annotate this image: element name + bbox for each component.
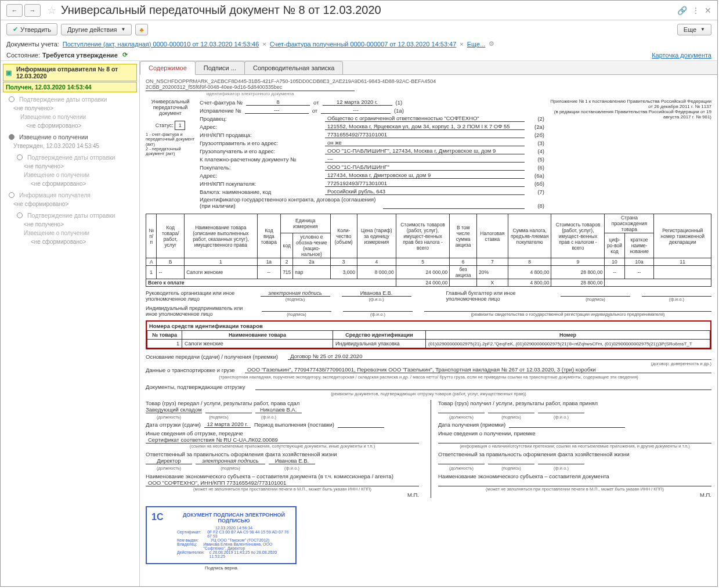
tree-sub: <не получено> — [3, 104, 137, 113]
other-actions-button[interactable]: Другие действия ▼ — [61, 24, 132, 35]
approve-button[interactable]: ✔ Утвердить — [6, 23, 57, 35]
1c-logo-icon: 1С — [151, 512, 172, 529]
tabs: Содержимое Подписи ... Сопроводительная … — [140, 61, 717, 75]
tab-note[interactable]: Сопроводительная записка — [244, 61, 343, 74]
tree-sub: <не сформировано> — [3, 200, 137, 208]
tree-status[interactable]: Получен, 12.03.2020 14:53:44 — [3, 82, 137, 92]
doc-id-caption: идентификатор электронного документа — [146, 91, 355, 96]
tree-sub: Утвержден, 12.03.2020 14:53:45 — [3, 142, 137, 150]
chevron-down-icon: ▼ — [121, 27, 126, 32]
tree-sub: <не сформировано> — [3, 121, 137, 130]
back-button[interactable]: ← — [6, 4, 23, 17]
close-icon[interactable]: × — [262, 41, 266, 48]
more-button[interactable]: Еще ▼ — [677, 24, 711, 35]
chevron-down-icon: ▼ — [700, 27, 705, 32]
doc-link-1[interactable]: Поступление (акт, накладная) 0000-000010… — [63, 41, 259, 48]
status-tree: ▣Информация отправителя № 8 от 12.03.202… — [1, 61, 140, 586]
tree-item[interactable]: Подтверждение даты отправки — [3, 153, 137, 162]
tree-item[interactable]: Извещение о получении — [3, 132, 137, 142]
doc-links-label: Документы учета: — [6, 41, 59, 48]
gear-icon[interactable]: ⚙ — [489, 40, 494, 48]
total-row: Всего к оплате 24 000,00 X 4 800,00 28 8… — [146, 279, 711, 287]
state-value: Требуется утверждение — [42, 52, 118, 59]
close-icon[interactable]: ✕ — [704, 6, 711, 15]
items-table: № п/п Код товара/ работ, услуг Наименова… — [146, 214, 711, 287]
tree-sub: <не получено> — [3, 162, 137, 171]
close-icon[interactable]: × — [460, 41, 463, 48]
refresh-icon[interactable]: ⟳ — [122, 51, 128, 59]
state-label: Состояние: — [6, 52, 40, 59]
tree-item[interactable]: Извещение о получении — [3, 171, 137, 179]
tree-header[interactable]: ▣Информация отправителя № 8 от 12.03.202… — [3, 64, 137, 81]
tree-item[interactable]: Подтверждение даты отправки — [3, 211, 137, 220]
tree-item[interactable]: Извещение о получении — [3, 229, 137, 237]
menu-dots-icon[interactable]: ⋮ — [692, 6, 700, 15]
doc-link-more[interactable]: Еще... — [467, 41, 486, 48]
link-icon[interactable]: 🔗 — [677, 6, 687, 15]
page-title: Универсальный передаточный документ № 8 … — [61, 3, 381, 17]
tab-content[interactable]: Содержимое — [140, 61, 196, 75]
doc-id: ON_NSCHFDOPPRMARK_2AEBCF8D445-31B5-421F-… — [146, 78, 711, 84]
tree-sub: <не получено> — [3, 220, 137, 229]
signature-stamp: 1С ДОКУМЕНТ ПОДПИСАН ЭЛЕКТРОННОЙ ПОДПИСЬ… — [146, 506, 297, 564]
star-icon[interactable]: ☆ — [47, 4, 56, 17]
tree-sub: <не сформировано> — [3, 237, 137, 246]
check-icon: ✔ — [13, 26, 18, 33]
tree-sub: <не сформировано> — [3, 179, 137, 188]
forward-button[interactable]: → — [24, 4, 41, 17]
doc-link-2[interactable]: Счет-фактура полученный 0000-000007 от 1… — [270, 41, 457, 48]
tab-signatures[interactable]: Подписи ... — [195, 61, 245, 74]
hierarchy-button[interactable]: ♣ — [135, 24, 147, 35]
card-link[interactable]: Карточка документа — [652, 52, 711, 59]
upd-label: Универсальный передаточный документ — [146, 99, 195, 116]
hierarchy-icon: ♣ — [139, 26, 143, 33]
document-view: ON_NSCHFDOPPRMARK_2AEBCF8D445-31B5-421F-… — [140, 75, 717, 586]
doc-id: 2CBB_20200312_f55f6f9f-0048-40ee-9d16-5d… — [146, 84, 711, 90]
regulation-note: Приложение № 1 к постановлению Правитель… — [549, 99, 711, 210]
identification-box: Номера средств идентификации товаров № т… — [146, 320, 711, 349]
tree-item[interactable]: Извещение о получении — [3, 113, 137, 121]
status-box: 1 — [175, 121, 185, 130]
table-row: 1--Сапоги женские--715пар3,0008 000,0024… — [146, 266, 711, 279]
tree-item[interactable]: Подтверждение даты отправки — [3, 95, 137, 104]
legend: 1 - счет-фактура и передаточный документ… — [146, 132, 195, 156]
tree-item[interactable]: Информация получателя — [3, 190, 137, 200]
